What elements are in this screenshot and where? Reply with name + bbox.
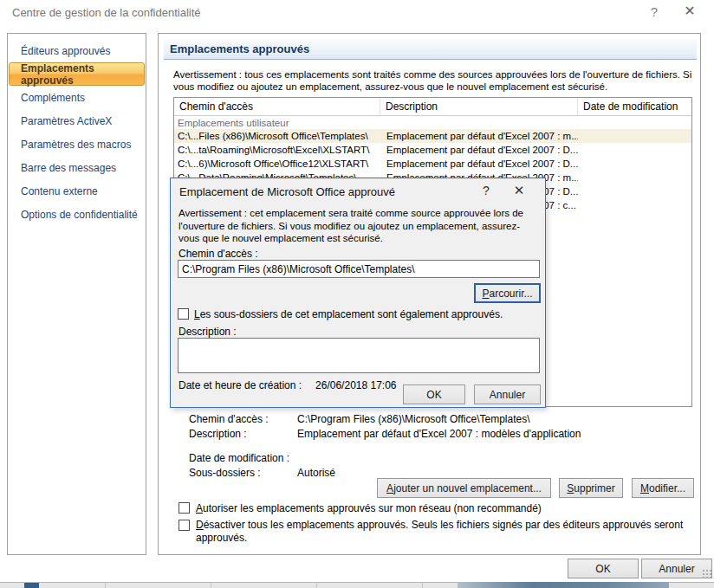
detail-path-value: C:\Program Files (x86)\Microsoft Office\… — [297, 413, 530, 425]
sidebar-item-options-confidentialite[interactable]: Options de confidentialité — [9, 203, 145, 226]
dialog-description-input[interactable] — [178, 338, 540, 373]
resize-grip[interactable] — [702, 569, 712, 579]
dialog-created-row: Date et heure de création : 26/06/2018 1… — [178, 379, 397, 391]
sidebar-item-editeurs-approuves[interactable]: Éditeurs approuvés — [9, 39, 145, 62]
table-row[interactable]: C:\...Files (x86)\Microsoft Office\Templ… — [174, 129, 691, 143]
trusted-location-dialog: Emplacement de Microsoft Office approuvé… — [170, 178, 546, 408]
column-header-path[interactable]: Chemin d'accès — [174, 98, 380, 115]
background-scrollbar — [458, 582, 669, 588]
detail-modified-label: Date de modification : — [189, 452, 289, 464]
window-title: Centre de gestion de la confidentialité — [12, 6, 201, 19]
detail-subfolders-value: Autorisé — [297, 467, 335, 479]
add-location-button[interactable]: Ajouter un nouvel emplacement... — [377, 478, 551, 498]
main-ok-button[interactable]: OK — [568, 559, 639, 578]
dialog-subfolders-label: Les sous-dossiers de cet emplacement son… — [194, 308, 503, 320]
dialog-warning-text: Avertissement : cet emplacement sera tra… — [178, 207, 537, 245]
table-group-label: Emplacements utilisateur — [174, 116, 691, 129]
detail-subfolders-label: Sous-dossiers : — [189, 467, 261, 479]
dialog-created-label: Date et heure de création : — [178, 379, 302, 391]
browse-button[interactable]: Parcourir... — [474, 283, 541, 303]
dialog-cancel-button[interactable]: Annuler — [474, 384, 541, 404]
section-header: Emplacements approuvés — [164, 39, 697, 60]
dialog-subfolders-checkbox[interactable] — [178, 308, 189, 320]
sidebar-item-parametres-macros[interactable]: Paramètres des macros — [9, 132, 145, 156]
help-icon[interactable]: ? — [645, 4, 664, 19]
sidebar-item-emplacements-approuves[interactable]: Emplacements approuvés — [9, 62, 145, 86]
dialog-path-input[interactable] — [178, 260, 540, 278]
dialog-close-icon[interactable]: ✕ — [510, 183, 528, 198]
sidebar-item-parametres-activex[interactable]: Paramètres ActiveX — [9, 109, 145, 132]
dialog-description-label: Description : — [178, 326, 237, 338]
close-icon[interactable]: ✕ — [679, 3, 700, 19]
table-row[interactable]: C:\...6)\Microsoft Office\Office12\XLSTA… — [174, 157, 691, 171]
disable-all-locations-checkbox[interactable] — [178, 520, 190, 531]
dialog-path-label: Chemin d'accès : — [178, 248, 258, 260]
detail-path-label: Chemin d'accès : — [189, 413, 269, 425]
column-header-date[interactable]: Date de modification — [578, 98, 691, 115]
main-warning-text: Avertissement : tous ces emplacements so… — [173, 68, 697, 93]
table-header: Chemin d'accès Description Date de modif… — [174, 98, 691, 116]
detail-description-label: Description : — [189, 428, 247, 440]
dialog-title: Emplacement de Microsoft Office approuvé — [179, 185, 395, 198]
disable-all-locations-label: Désactiver tous les emplacements approuv… — [196, 519, 688, 544]
modify-location-button[interactable]: Modifier... — [632, 478, 694, 498]
sidebar-item-contenu-externe[interactable]: Contenu externe — [9, 179, 145, 203]
sidebar-item-complements[interactable]: Compléments — [9, 86, 145, 109]
sidebar: Éditeurs approuvés Emplacements approuvé… — [7, 33, 146, 555]
dialog-created-value: 26/06/2018 17:06 — [315, 379, 396, 391]
column-header-description[interactable]: Description — [380, 98, 578, 115]
table-row[interactable]: C:\...ta\Roaming\Microsoft\Excel\XLSTART… — [174, 143, 691, 157]
detail-description-value: Emplacement par défaut d'Excel 2007 : mo… — [297, 428, 581, 440]
background-sheet-tab — [24, 583, 39, 588]
allow-network-locations-checkbox[interactable] — [178, 502, 190, 514]
remove-location-button[interactable]: Supprimer — [559, 478, 623, 498]
dialog-ok-button[interactable]: OK — [403, 384, 465, 404]
dialog-help-icon[interactable]: ? — [478, 184, 494, 197]
allow-network-locations-label: Autoriser les emplacements approuvés sur… — [196, 502, 542, 514]
sidebar-item-barre-messages[interactable]: Barre des messages — [9, 156, 145, 179]
